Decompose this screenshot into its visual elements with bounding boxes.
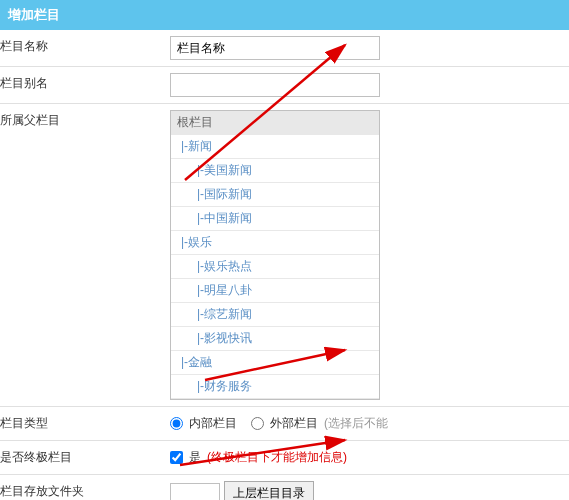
tree-item[interactable]: |-明星八卦 [171,279,379,303]
tree-item[interactable]: |-影视快讯 [171,327,379,351]
folder-upper-input[interactable] [170,483,220,501]
tree-item[interactable]: |-综艺新闻 [171,303,379,327]
tree-item[interactable]: |-美国新闻 [171,159,379,183]
panel-header: 增加栏目 [0,0,569,30]
tree-item[interactable]: |-金融 [171,351,379,375]
column-name-input[interactable] [170,36,380,60]
tree-item[interactable]: |-中国新闻 [171,207,379,231]
radio-internal-label: 内部栏目 [189,415,237,432]
tree-item[interactable]: |-财务服务 [171,375,379,399]
label-parent-column: 所属父栏目 [0,104,170,406]
label-terminal: 是否终极栏目 [0,441,170,474]
label-column-alias: 栏目别名 [0,67,170,103]
column-alias-input[interactable] [170,73,380,97]
parent-tree[interactable]: 根栏目 |-新闻|-美国新闻|-国际新闻|-中国新闻|-娱乐|-娱乐热点|-明星… [170,110,380,400]
panel-title: 增加栏目 [8,7,60,22]
tree-item[interactable]: |-国际新闻 [171,183,379,207]
tree-item[interactable]: |-娱乐热点 [171,255,379,279]
radio-external-label: 外部栏目 [270,415,318,432]
checkbox-terminal[interactable] [170,451,183,464]
btn-upper-dir[interactable]: 上层栏目目录 [224,481,314,500]
radio-external[interactable] [251,417,264,430]
radio-internal[interactable] [170,417,183,430]
tree-item[interactable]: |-新闻 [171,135,379,159]
type-hint: (选择后不能 [324,415,388,432]
label-column-type: 栏目类型 [0,407,170,440]
checkbox-terminal-label: 是 [189,449,201,466]
label-folder: 栏目存放文件夹 [0,475,170,500]
tree-root[interactable]: 根栏目 [171,111,379,135]
terminal-hint: (终极栏目下才能增加信息) [207,449,347,466]
label-column-name: 栏目名称 [0,30,170,66]
tree-item[interactable]: |-娱乐 [171,231,379,255]
